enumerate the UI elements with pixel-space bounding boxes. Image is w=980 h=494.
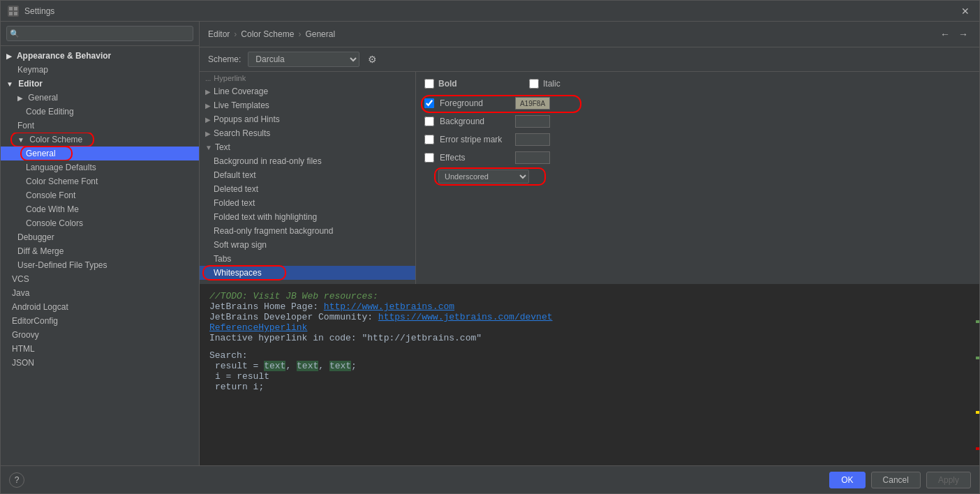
tree-item-text[interactable]: ▼ Text: [200, 140, 415, 154]
breadcrumb-sep2: ›: [298, 29, 301, 39]
tree-item-readonly-fragment-bg[interactable]: Read-only fragment background: [200, 224, 415, 238]
foreground-row: Foreground A19F8A: [424, 97, 971, 110]
foreground-color-box[interactable]: A19F8A: [515, 97, 550, 110]
tree-item-popups-hints[interactable]: ▶ Popups and Hints: [200, 112, 415, 126]
sidebar-item-code-editing[interactable]: Code Editing: [1, 105, 199, 119]
sidebar-item-editorconfig[interactable]: EditorConfig: [1, 314, 199, 328]
search-input[interactable]: [6, 26, 193, 41]
sidebar-item-user-defined[interactable]: User-Defined File Types: [1, 258, 199, 272]
sidebar-item-html[interactable]: HTML: [1, 342, 199, 356]
tree-item-folded-text-highlight[interactable]: Folded text with highlighting: [200, 210, 415, 224]
preview-i-line: i = result: [209, 371, 963, 382]
tree-item-default-text[interactable]: Default text: [200, 168, 415, 182]
ok-button[interactable]: OK: [829, 472, 865, 488]
breadcrumb-sep1: ›: [234, 29, 237, 39]
search-wrap: 🔍: [6, 26, 193, 41]
scheme-bar: Scheme: Darcula Default High Contrast ⚙: [200, 47, 979, 72]
help-button[interactable]: ?: [9, 472, 24, 488]
expand-arrow-general: ▶: [17, 94, 23, 102]
tree-item-bg-readonly[interactable]: Background in read-only files: [200, 154, 415, 168]
nav-tree: ▶ Appearance & Behavior Keymap ▼ Editor …: [1, 46, 199, 465]
svg-rect-3: [14, 12, 17, 15]
window-title: Settings: [24, 6, 54, 16]
preview-i-text: i = result: [209, 371, 269, 382]
preview-line3: ReferenceHyperlink: [209, 322, 963, 333]
preview-search-match2: text: [297, 361, 318, 371]
tree-item-line-coverage[interactable]: ▶ Line Coverage: [200, 84, 415, 98]
cancel-button[interactable]: Cancel: [871, 472, 921, 488]
scheme-select[interactable]: Darcula Default High Contrast: [248, 52, 359, 67]
preview-inactive-link: "http://jetbrains.com": [362, 333, 482, 343]
sidebar-item-editor[interactable]: ▼ Editor: [1, 77, 199, 91]
preview-line1-link[interactable]: http://www.jetbrains.com: [324, 301, 454, 312]
forward-button[interactable]: →: [956, 27, 971, 41]
back-button[interactable]: ←: [937, 27, 953, 41]
tree-item-soft-wrap-sign[interactable]: Soft wrap sign: [200, 238, 415, 252]
foreground-color-value: A19F8A: [520, 100, 545, 107]
preview-comment-line: //TODO: Visit JB Web resources:: [209, 291, 963, 301]
preview-comment: //TODO: Visit JB Web resources:: [209, 291, 378, 301]
sidebar-item-color-scheme[interactable]: ▼ Color Scheme: [1, 133, 199, 147]
preview-line3-link[interactable]: ReferenceHyperlink: [209, 322, 307, 333]
foreground-checkbox[interactable]: [424, 98, 434, 108]
preview-line1: JetBrains Home Page: http://www.jetbrain…: [209, 301, 963, 312]
effects-color-box[interactable]: [515, 151, 550, 164]
sidebar-item-android-logcat[interactable]: Android Logcat: [1, 300, 199, 314]
sidebar-item-diff-merge[interactable]: Diff & Merge: [1, 244, 199, 258]
italic-checkbox[interactable]: [529, 79, 539, 89]
sidebar-item-java[interactable]: Java: [1, 286, 199, 300]
expand-arrow-color-scheme: ▼: [17, 136, 24, 144]
title-bar-left: Settings: [8, 6, 54, 17]
tree-item-tabs[interactable]: Tabs: [200, 252, 415, 266]
effects-checkbox[interactable]: [424, 153, 434, 163]
sidebar-item-debugger[interactable]: Debugger: [1, 230, 199, 244]
sidebar-item-console-colors[interactable]: Console Colors: [1, 216, 199, 230]
settings-window: Settings ✕ 🔍 ▶ Appearance & Behavior K: [0, 0, 980, 494]
panel-body: ... Hyperlink ▶ Line Coverage ▶ Live Tem…: [200, 72, 979, 284]
sidebar-item-json[interactable]: JSON: [1, 356, 199, 370]
tree-item-hyperlink[interactable]: ... Hyperlink: [200, 72, 415, 84]
scheme-settings-button[interactable]: ⚙: [366, 52, 378, 66]
tree-item-live-templates[interactable]: ▶ Live Templates: [200, 98, 415, 112]
sidebar-item-language-defaults[interactable]: Language Defaults: [1, 160, 199, 174]
preview-search-text: Search:: [209, 350, 248, 361]
tree-item-search-results[interactable]: ▶ Search Results: [200, 126, 415, 140]
sidebar-item-appearance-behavior[interactable]: ▶ Appearance & Behavior: [1, 49, 199, 63]
dialog-buttons: OK Cancel Apply: [829, 472, 971, 488]
sidebar-item-groovy[interactable]: Groovy: [1, 328, 199, 342]
expand-arrow: ▶: [6, 52, 12, 60]
preview-search-match3: text: [329, 361, 351, 371]
error-stripe-label: Error stripe mark: [440, 135, 510, 144]
background-color-box[interactable]: [515, 115, 550, 128]
bold-checkbox[interactable]: [424, 79, 434, 89]
tree-item-folded-text[interactable]: Folded text: [200, 196, 415, 210]
sidebar: 🔍 ▶ Appearance & Behavior Keymap ▼ Edito…: [1, 22, 200, 465]
tree-item-deleted-text[interactable]: Deleted text: [200, 182, 415, 196]
close-button[interactable]: ✕: [958, 4, 972, 18]
bottom-bar: ? OK Cancel Apply: [1, 465, 979, 493]
breadcrumb-bar: Editor › Color Scheme › General ← →: [200, 22, 979, 47]
preview-search-result: result = text, text, text;: [209, 361, 963, 371]
sidebar-item-keymap[interactable]: Keymap: [1, 63, 199, 77]
apply-button[interactable]: Apply: [926, 472, 971, 488]
scheme-label: Scheme:: [208, 54, 241, 64]
error-stripe-color-box[interactable]: [515, 133, 550, 146]
error-stripe-checkbox[interactable]: [424, 135, 434, 144]
preview-return-line: return i;: [209, 382, 963, 392]
preview-return-text: return i;: [209, 382, 264, 392]
scroll-indicators: [972, 284, 979, 465]
sidebar-item-general-cs[interactable]: General: [1, 147, 199, 160]
preview-line4-text: Inactive hyperlink in code:: [209, 333, 362, 343]
effects-style-select[interactable]: Underscored Undercurl Bold underscored D…: [438, 170, 529, 184]
preview-line2-text: JetBrains Developer Community:: [209, 312, 378, 322]
sidebar-item-code-with-me[interactable]: Code With Me: [1, 202, 199, 216]
preview-line2-link[interactable]: https://www.jetbrains.com/devnet: [378, 312, 553, 322]
sidebar-item-font[interactable]: Font: [1, 119, 199, 133]
sidebar-item-general[interactable]: ▶ General: [1, 91, 199, 105]
tree-item-whitespaces[interactable]: Whitespaces: [200, 266, 415, 280]
sidebar-item-vcs[interactable]: VCS: [1, 272, 199, 286]
sidebar-item-color-scheme-font[interactable]: Color Scheme Font: [1, 174, 199, 188]
preview-result-text: result =: [209, 361, 264, 371]
sidebar-item-console-font[interactable]: Console Font: [1, 188, 199, 202]
background-checkbox[interactable]: [424, 117, 434, 126]
